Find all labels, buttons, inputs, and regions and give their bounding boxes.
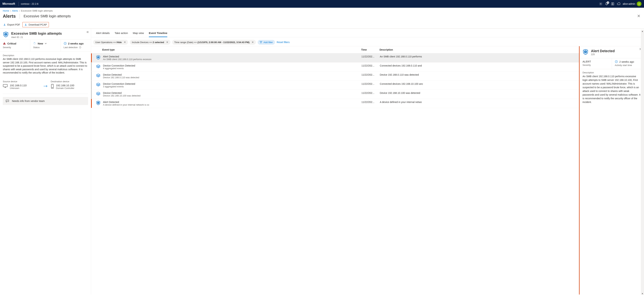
page-title-bar: Alerts Excessive SMB login attempts xyxy=(0,12,644,21)
close-icon xyxy=(637,14,640,17)
settings-button[interactable] xyxy=(598,1,604,7)
tenant-label: contoso - 22.2.6 xyxy=(21,2,38,5)
svg-point-3 xyxy=(600,4,601,4)
timeline-row[interactable]: Alert DetectedA device defined in your i… xyxy=(91,99,579,108)
shield-alert-icon xyxy=(3,32,9,38)
download-pcap-button[interactable]: Download PCAP xyxy=(22,22,49,27)
side-title: Alert Detected xyxy=(591,49,615,53)
svg-point-17 xyxy=(8,101,8,101)
tab-take-action[interactable]: Take action xyxy=(114,31,128,37)
cube-icon xyxy=(96,82,100,87)
shield-alert-icon xyxy=(582,49,588,55)
tab-map-view[interactable]: Map view xyxy=(133,31,144,37)
timeline-row[interactable]: Device Connection Detected3 aggregated e… xyxy=(91,81,579,90)
row-subtext: An SMB client 192.168.0.110 performs exc… xyxy=(103,58,360,60)
source-device: Source device 192.168.0.110 Unknown xyxy=(3,80,40,90)
page-subtitle: Excessive SMB login attempts xyxy=(24,14,71,18)
arrow-right-icon xyxy=(40,80,51,88)
row-subtext: 3 aggregated events xyxy=(103,85,360,88)
command-bar: Export PDF Download PCAP xyxy=(0,21,644,28)
filter-include-devices[interactable]: Include Devices == 2 selected ✕ xyxy=(130,40,170,45)
row-description: Connected devices 192.168.10.100 anc xyxy=(380,82,577,85)
spinner-icon xyxy=(33,42,36,45)
event-detail-panel: Alert Detected 225 ALERT Severity 2 week… xyxy=(580,46,644,294)
tab-alert-details[interactable]: Alert details xyxy=(96,31,110,37)
notification-count-badge: 0 xyxy=(607,2,609,4)
tab-event-timeline[interactable]: Event Timeline xyxy=(149,31,168,37)
row-description: Device 192.168.0.110 was detected xyxy=(380,73,577,76)
row-subtext: A device defined in your internal networ… xyxy=(103,104,360,106)
timeline-row[interactable]: Alert DetectedAn SMB client 192.168.0.11… xyxy=(91,54,579,62)
row-title: Alert Detected xyxy=(103,55,360,58)
timeline-table: Event type Time Description Alert Detect… xyxy=(91,46,580,294)
clock-icon xyxy=(615,60,618,63)
svg-point-16 xyxy=(7,101,8,101)
row-time: 11/22/202... xyxy=(362,73,378,76)
cube-icon xyxy=(96,92,100,96)
docs-button[interactable] xyxy=(610,1,616,7)
download-icon xyxy=(3,23,6,26)
detail-tabs: Alert details Take action Map view Event… xyxy=(91,29,644,37)
svg-rect-5 xyxy=(4,44,4,44)
chat-icon xyxy=(6,100,9,102)
filter-user-operations[interactable]: User Operations == Hide ✕ xyxy=(93,40,128,45)
cube-icon xyxy=(96,64,100,68)
timeline-row[interactable]: Device DetectedDevice 192.168.10.100 was… xyxy=(91,90,579,99)
remove-filter-icon[interactable]: ✕ xyxy=(252,41,254,44)
filter-icon xyxy=(260,41,262,43)
user-name: alice-admin xyxy=(623,2,635,5)
avatar: A xyxy=(637,2,642,6)
chevron-right-icon: › xyxy=(10,10,11,12)
description-label: Description xyxy=(3,54,88,57)
row-title: Device Detected xyxy=(103,92,360,94)
severity-bar xyxy=(91,99,92,108)
status-metric[interactable]: New Status xyxy=(30,40,60,52)
row-title: Device Connection Detected xyxy=(103,82,360,85)
info-icon[interactable] xyxy=(79,46,81,48)
row-subtext: Device 192.168.10.100 was detected xyxy=(103,94,360,97)
close-button[interactable] xyxy=(636,13,641,19)
global-header: Microsoft contoso - 22.2.6 0 alice-admin… xyxy=(0,0,644,8)
notifications-button[interactable]: 0 xyxy=(604,1,610,7)
svg-rect-8 xyxy=(80,47,80,48)
breadcrumb-home[interactable]: Home xyxy=(3,10,9,12)
severity-bar xyxy=(91,54,92,62)
svg-point-12 xyxy=(52,85,52,85)
server-icon xyxy=(51,84,54,89)
remove-filter-icon[interactable]: ✕ xyxy=(166,41,168,44)
vendor-note[interactable]: Needs info from vendor team xyxy=(3,97,88,105)
severity-bar xyxy=(91,90,92,99)
severity-bar xyxy=(91,72,92,80)
reset-filters-link[interactable]: Reset filters xyxy=(277,41,290,44)
collapse-left-button[interactable] xyxy=(86,30,89,34)
remove-filter-icon[interactable]: ✕ xyxy=(124,41,126,44)
row-subtext: Device 192.168.0.110 was detected xyxy=(103,76,360,79)
monitor-icon xyxy=(3,84,8,88)
cloud-button[interactable] xyxy=(616,1,622,7)
scrollbar[interactable]: ▲ ▼ xyxy=(641,30,644,294)
user-menu[interactable]: alice-admin A xyxy=(623,2,642,6)
book-icon xyxy=(611,2,614,6)
breadcrumb-alerts[interactable]: Alerts xyxy=(12,10,18,12)
last-detection-metric: 2 weeks ago Last detection xyxy=(61,40,91,52)
timeline-row[interactable]: Device DetectedDevice 192.168.0.110 was … xyxy=(91,72,579,81)
breadcrumb-current: Excessive SMB login attempts xyxy=(21,10,53,12)
row-description: Connected devices 192.168.0.110 and xyxy=(380,64,577,67)
add-filter-button[interactable]: Add filter xyxy=(258,40,275,45)
filter-time-range[interactable]: Time range (Date) == (1/1/1970, 2:00:00 … xyxy=(172,40,256,45)
chevron-down-icon xyxy=(44,42,47,45)
right-panel: Alert details Take action Map view Event… xyxy=(91,29,644,294)
row-title: Device Connection Detected xyxy=(103,64,360,67)
row-time: 11/22/202... xyxy=(362,92,378,94)
svg-rect-10 xyxy=(3,84,7,87)
timeline-header: Event type Time Description xyxy=(91,46,579,54)
divider xyxy=(18,2,19,6)
clock-icon xyxy=(64,42,67,45)
export-pdf-button[interactable]: Export PDF xyxy=(2,22,22,27)
row-time: 11/22/202... xyxy=(362,64,378,67)
timeline-row[interactable]: Device Connection Detected4 aggregated e… xyxy=(91,62,579,72)
shield-alert-icon xyxy=(96,101,100,105)
chevron-right-icon: › xyxy=(19,10,20,12)
shield-alert-icon xyxy=(96,55,100,60)
alert-title: Excessive SMB login attempts xyxy=(11,32,62,36)
